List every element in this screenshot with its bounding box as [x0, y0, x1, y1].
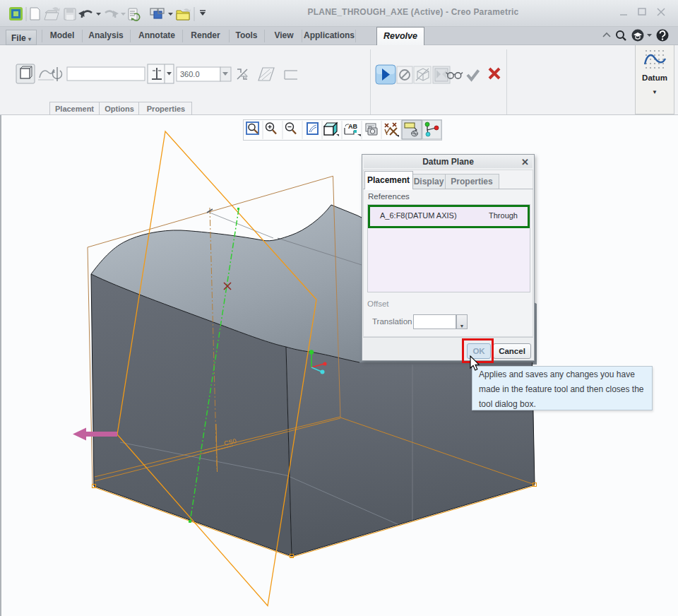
svg-text:360.0: 360.0 — [180, 70, 200, 78]
svg-text:AB: AB — [348, 123, 357, 130]
